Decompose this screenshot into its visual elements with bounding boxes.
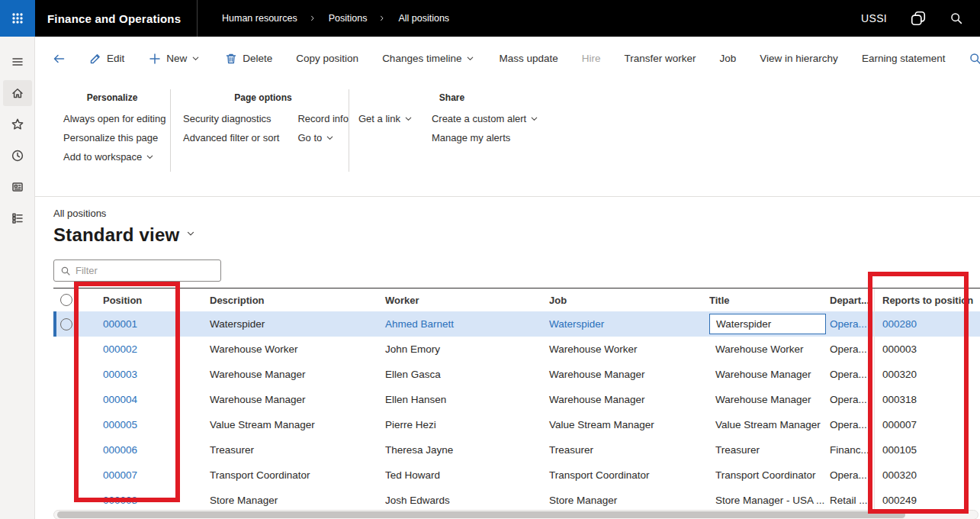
menu-item-advanced-filter-or-sort[interactable]: Advanced filter or sort xyxy=(183,132,279,143)
cell-department[interactable]: Opera... xyxy=(830,369,874,380)
toolbar-changes-timeline-button[interactable]: Changes timeline xyxy=(381,50,477,67)
cell-reports-to-position[interactable]: 000280 xyxy=(874,311,980,337)
rail-item-favorites[interactable] xyxy=(0,108,35,140)
rail-item-recent[interactable] xyxy=(0,140,35,171)
menu-item-security-diagnostics[interactable]: Security diagnostics xyxy=(183,113,279,124)
column-header-reports-to-position[interactable]: Reports to position xyxy=(874,289,980,312)
toolbar-view-in-hierarchy-button[interactable]: View in hierarchy xyxy=(758,50,840,67)
rail-item-home[interactable] xyxy=(0,77,35,108)
scrollbar-thumb[interactable] xyxy=(57,511,905,518)
cell-reports-to-position[interactable]: 000320 xyxy=(874,362,980,387)
cell-title[interactable]: Warehouse Worker xyxy=(709,340,830,358)
cell-job[interactable]: Store Manager xyxy=(545,495,709,506)
cell-job[interactable]: Value Stream Manager xyxy=(545,419,709,430)
cell-worker[interactable]: Josh Edwards xyxy=(381,495,545,506)
environment-name[interactable]: USSI xyxy=(861,12,887,24)
column-header-position[interactable]: Position xyxy=(80,295,194,306)
menu-item-always-open-for-editing[interactable]: Always open for editing xyxy=(63,113,165,124)
table-row[interactable]: 000007 Transport Coordinator Ted Howard … xyxy=(53,463,980,488)
cell-job[interactable]: Treasurer xyxy=(545,444,709,456)
cell-position-link[interactable]: 000005 xyxy=(80,419,194,430)
column-header-title[interactable]: Title xyxy=(709,295,830,306)
cell-title[interactable]: Warehouse Manager xyxy=(709,366,830,383)
cell-job[interactable]: Warehouse Manager xyxy=(545,394,709,405)
cell-position-link[interactable]: 000003 xyxy=(80,369,194,380)
table-row[interactable]: 000001 Waterspider Ahmed Barnett Watersp… xyxy=(53,311,980,337)
toolbar-new-button[interactable]: New xyxy=(146,49,202,69)
row-selector-radio[interactable] xyxy=(60,318,72,330)
toolbar-copy-position-button[interactable]: Copy position xyxy=(294,50,360,67)
cell-department[interactable]: Financ... xyxy=(830,444,874,456)
menu-item-manage-my-alerts[interactable]: Manage my alerts xyxy=(432,132,539,143)
cell-title[interactable]: Waterspider xyxy=(709,314,830,334)
filter-input[interactable] xyxy=(76,265,205,276)
cell-department[interactable]: Opera... xyxy=(830,394,874,405)
cell-reports-to-position[interactable]: 000318 xyxy=(874,387,980,412)
column-header-description[interactable]: Description xyxy=(194,295,381,306)
rail-item-workspaces[interactable] xyxy=(0,171,35,202)
breadcrumb-item-positions[interactable]: Positions xyxy=(329,13,368,24)
table-row[interactable]: 000004 Warehouse Manager Ellen Hansen Wa… xyxy=(53,387,980,412)
cell-department[interactable]: Opera... xyxy=(830,343,874,355)
cell-title[interactable]: Value Stream Manager xyxy=(709,416,830,434)
copilot-icon[interactable] xyxy=(910,10,927,27)
search-icon[interactable] xyxy=(949,11,963,25)
menu-item-record-info[interactable]: Record info xyxy=(297,113,348,124)
cell-worker[interactable]: Ellen Hansen xyxy=(381,394,545,405)
cell-job[interactable]: Warehouse Manager xyxy=(545,369,709,380)
toolbar-search-button[interactable] xyxy=(967,49,980,69)
cell-title[interactable]: Treasurer xyxy=(709,441,830,459)
cell-position-link[interactable]: 000002 xyxy=(80,343,194,355)
horizontal-scrollbar[interactable] xyxy=(53,510,978,519)
cell-position-link[interactable]: 000006 xyxy=(80,444,194,456)
cell-reports-to-position[interactable]: 000003 xyxy=(874,337,980,362)
cell-job[interactable]: Waterspider xyxy=(545,318,709,330)
breadcrumb-item-human-resources[interactable]: Human resources xyxy=(222,13,297,24)
cell-department[interactable]: Opera... xyxy=(830,318,874,330)
cell-worker[interactable]: Ellen Gasca xyxy=(381,369,545,380)
toolbar-delete-button[interactable]: Delete xyxy=(223,49,274,69)
cell-worker[interactable]: Pierre Hezi xyxy=(381,419,545,430)
cell-job[interactable]: Warehouse Worker xyxy=(545,343,709,355)
toolbar-earning-statement-button[interactable]: Earning statement xyxy=(860,50,947,67)
cell-worker[interactable]: Ted Howard xyxy=(381,469,545,481)
cell-position-link[interactable]: 000008 xyxy=(80,495,194,506)
cell-position-link[interactable]: 000004 xyxy=(80,394,194,405)
menu-item-add-to-workspace[interactable]: Add to workspace xyxy=(63,151,165,163)
column-header-worker[interactable]: Worker xyxy=(381,295,545,306)
cell-job[interactable]: Transport Coordinator xyxy=(545,469,709,481)
cell-reports-to-position[interactable]: 000320 xyxy=(874,463,980,488)
rail-item-menu[interactable] xyxy=(0,46,35,77)
toolbar-edit-button[interactable]: Edit xyxy=(87,49,126,69)
cell-position-link[interactable]: 000001 xyxy=(80,318,194,330)
app-launcher-waffle-icon[interactable] xyxy=(0,0,35,37)
column-header-job[interactable]: Job xyxy=(545,295,709,306)
cell-department[interactable]: Retail ... xyxy=(830,495,874,506)
menu-item-create-a-custom-alert[interactable]: Create a custom alert xyxy=(432,113,539,124)
column-header-depart[interactable]: Depart... xyxy=(830,295,874,306)
table-row[interactable]: 000006 Treasurer Theresa Jayne Treasurer… xyxy=(53,437,980,463)
back-button[interactable] xyxy=(49,49,69,69)
cell-position-link[interactable]: 000007 xyxy=(80,469,194,481)
cell-worker[interactable]: John Emory xyxy=(381,343,545,355)
toolbar-job-button[interactable]: Job xyxy=(718,50,738,67)
cell-reports-to-position[interactable]: 000105 xyxy=(874,437,980,463)
menu-item-get-a-link[interactable]: Get a link xyxy=(358,113,413,124)
select-all-radio[interactable] xyxy=(60,294,72,306)
breadcrumb-item-all-positions[interactable]: All positions xyxy=(398,13,449,24)
table-row[interactable]: 000002 Warehouse Worker John Emory Wareh… xyxy=(53,337,980,362)
toolbar-mass-update-button[interactable]: Mass update xyxy=(497,50,559,67)
cell-worker[interactable]: Theresa Jayne xyxy=(381,444,545,456)
cell-title[interactable]: Transport Coordinator xyxy=(709,466,830,484)
cell-department[interactable]: Opera... xyxy=(830,469,874,481)
rail-item-modules[interactable] xyxy=(0,202,35,234)
table-row[interactable]: 000003 Warehouse Manager Ellen Gasca War… xyxy=(53,362,980,387)
menu-item-personalize-this-page[interactable]: Personalize this page xyxy=(63,132,165,143)
cell-department[interactable]: Opera... xyxy=(830,419,874,430)
menu-item-go-to[interactable]: Go to xyxy=(297,132,348,143)
cell-worker[interactable]: Ahmed Barnett xyxy=(381,318,545,330)
view-selector[interactable]: Standard view xyxy=(53,224,196,246)
cell-title[interactable]: Store Manager - USA ... xyxy=(709,492,830,509)
cell-reports-to-position[interactable]: 000007 xyxy=(874,412,980,437)
toolbar-transfer-worker-button[interactable]: Transfer worker xyxy=(623,50,698,67)
